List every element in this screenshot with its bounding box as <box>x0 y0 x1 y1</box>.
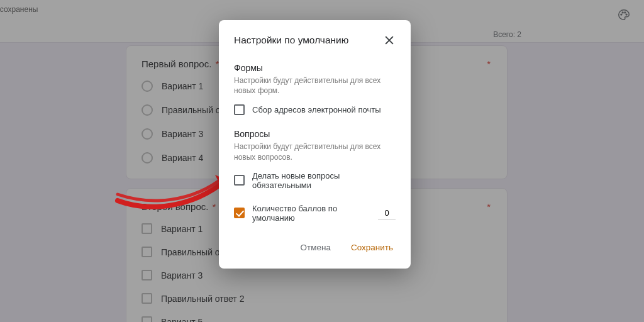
forms-section-desc: Настройки будут действительны для всех н… <box>234 75 396 96</box>
collect-emails-label: Сбор адресов электронной почты <box>252 105 381 114</box>
default-points-label: Количество баллов по умолчанию <box>252 204 370 223</box>
make-required-label: Делать новые вопросы обязательными <box>252 171 396 190</box>
cancel-button[interactable]: Отмена <box>297 238 333 257</box>
questions-section-desc: Настройки будут действительны для всех н… <box>234 142 396 162</box>
default-settings-dialog: Настройки по умолчанию Формы Настройки б… <box>219 20 411 269</box>
collect-emails-checkbox[interactable] <box>234 104 245 115</box>
close-icon <box>383 34 396 47</box>
close-button[interactable] <box>383 34 396 47</box>
default-points-input[interactable] <box>378 207 396 219</box>
save-button[interactable]: Сохранить <box>348 238 396 257</box>
default-points-checkbox[interactable] <box>234 208 245 218</box>
questions-section-title: Вопросы <box>234 129 396 139</box>
make-required-checkbox[interactable] <box>234 175 245 186</box>
dialog-title: Настройки по умолчанию <box>234 35 348 46</box>
forms-section-title: Формы <box>234 63 396 73</box>
